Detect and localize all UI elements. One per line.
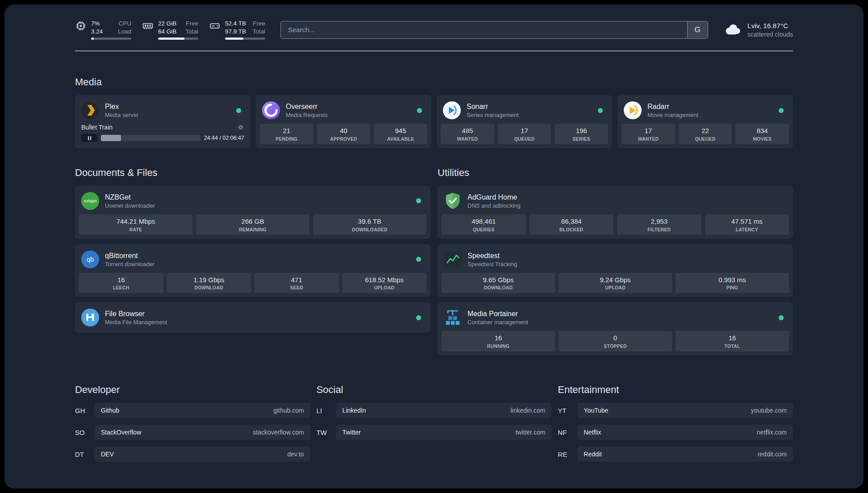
service-subtitle: Torrent downloader [105, 261, 154, 267]
stat-running: 16RUNNING [442, 331, 555, 351]
service-card-speedtest[interactable]: Speedtest Speedtest Tracking 9.65 GbpsDO… [438, 244, 793, 297]
bookmark-stackoverflow[interactable]: StackOverflowstackoverflow.com [95, 425, 310, 440]
memory-icon [142, 20, 154, 40]
service-subtitle: Series management [467, 112, 518, 118]
plex-icon [81, 101, 100, 120]
cloud-icon [723, 22, 742, 38]
search-provider-button[interactable]: G [687, 21, 708, 38]
service-name: Sonarr [467, 102, 518, 111]
bookmark-row: LI LinkedInlinkedin.com [317, 403, 552, 418]
memory-progress-fill [158, 38, 184, 40]
stat-upload: 618.52 MbpsUPLOAD [342, 273, 427, 293]
service-name: Media Portainer [467, 309, 528, 318]
bookmark-dev[interactable]: DEVdev.to [95, 447, 310, 462]
disk-total-label: Total [252, 28, 265, 36]
service-card-radarr[interactable]: Radarr Movie management 17WANTED 22QUEUE… [618, 95, 793, 148]
bookmark-github[interactable]: Githubgithub.com [95, 403, 310, 418]
disk-free-value: 52.4 TB [225, 20, 246, 28]
stat-upload: 9.24 GbpsUPLOAD [559, 273, 672, 293]
seek-bar[interactable] [101, 135, 200, 141]
service-subtitle: Container management [467, 319, 528, 326]
service-name: qBittorrent [105, 251, 154, 260]
stat-available: 945AVAILABLE [374, 124, 427, 144]
bookmark-group-title: Entertainment [558, 384, 793, 396]
section-title-documents: Documents & Files [75, 167, 430, 179]
resource-widget-memory: 22 GiBFree 64 GiBTotal [142, 20, 198, 40]
service-card-overseerr[interactable]: Overseerr Media Requests 21PENDING 40APP… [256, 95, 431, 148]
service-card-nzbget[interactable]: nzbget NZBGet Usenet downloader 744.21 M… [75, 186, 430, 239]
stat-leech: 16LEECH [79, 273, 163, 293]
status-dot [236, 108, 241, 113]
playback-time: 24:44 / 02:06:47 [204, 135, 244, 141]
bookmark-row: GH Githubgithub.com [75, 403, 310, 418]
service-card-adguard[interactable]: AdGuard Home DNS and adblocking 498,461Q… [438, 186, 793, 239]
bookmark-row: SO StackOverflowstackoverflow.com [75, 425, 310, 440]
disk-total-value: 97.9 TB [225, 28, 246, 36]
pause-button[interactable] [81, 134, 97, 142]
bookmark-group-developer: Developer GH Githubgithub.com SO StackOv… [75, 384, 310, 468]
service-subtitle: Media Requests [286, 112, 328, 118]
now-playing-title: Bullet Train [81, 124, 113, 131]
bookmark-row: YT YouTubeyoutube.com [558, 403, 793, 418]
stat-series: 196SERIES [555, 124, 608, 144]
stat-queued: 17QUEUED [498, 124, 551, 144]
bookmark-netflix[interactable]: Netflixnetflix.com [577, 425, 793, 440]
service-card-filebrowser[interactable]: File Browser Media File Management [75, 302, 430, 333]
gear-icon[interactable] [237, 124, 244, 131]
qbittorrent-icon: qb [81, 250, 100, 269]
section-media: Media Plex Media server Bullet Train [75, 76, 793, 148]
plex-now-playing: Bullet Train 24:44 / 02:06:47 [79, 124, 246, 143]
search: G [280, 21, 708, 39]
weather-condition: scattered clouds [747, 31, 793, 38]
service-card-qbittorrent[interactable]: qb qBittorrent Torrent downloader 16LEEC… [75, 244, 430, 297]
status-dot [779, 315, 784, 320]
weather-location-temp: Lviv, 16.87°C [747, 21, 793, 31]
bookmark-row: TW Twittertwitter.com [317, 425, 552, 440]
service-card-plex[interactable]: Plex Media server Bullet Train [75, 95, 250, 148]
bookmark-row: NF Netflixnetflix.com [558, 425, 793, 440]
stat-filtered: 2,953FILTERED [617, 214, 701, 235]
bookmark-group-entertainment: Entertainment YT YouTubeyoutube.com NF N… [558, 384, 793, 468]
status-dot [417, 108, 422, 113]
bookmark-abbr: SO [75, 429, 95, 436]
stat-ping: 0.993 msPING [676, 273, 789, 293]
svg-text:qb: qb [87, 256, 94, 263]
cpu-load-value: 3.24 [91, 28, 103, 36]
cpu-load-label: Load [118, 28, 131, 36]
cpu-usage-value: 7% [91, 20, 100, 28]
bookmark-abbr: RE [558, 451, 577, 458]
stat-seed: 471SEED [255, 273, 339, 293]
service-subtitle: Media server [105, 112, 138, 118]
service-name: Plex [105, 102, 138, 111]
overseerr-icon [262, 101, 280, 120]
resource-widget-disk: 52.4 TBFree 97.9 TBTotal [209, 20, 265, 40]
adguard-icon [443, 192, 462, 210]
radarr-icon [623, 101, 642, 120]
stat-stopped: 0STOPPED [559, 331, 672, 351]
service-subtitle: Media File Management [105, 319, 167, 326]
search-input[interactable] [280, 21, 708, 39]
bookmark-youtube[interactable]: YouTubeyoutube.com [577, 403, 793, 418]
topbar-divider [75, 50, 793, 51]
service-card-portainer[interactable]: Media Portainer Container management 16R… [438, 302, 793, 355]
service-subtitle: Movie management [647, 112, 698, 118]
bookmark-group-title: Social [317, 384, 552, 396]
portainer-icon [443, 308, 462, 327]
bookmark-reddit[interactable]: Redditreddit.com [577, 447, 793, 462]
sonarr-icon [442, 101, 461, 120]
section-title-utilities: Utilities [438, 167, 793, 179]
bookmark-linkedin[interactable]: LinkedInlinkedin.com [336, 403, 552, 418]
disk-progress-bar [225, 38, 265, 40]
service-name: Speedtest [467, 251, 517, 260]
dashboard: 7%CPU 3.24Load 22 GiBFree [4, 4, 864, 489]
stat-download: 1.19 GbpsDOWNLOAD [167, 273, 251, 293]
memory-total-value: 64 GiB [158, 28, 176, 36]
memory-free-label: Free [186, 20, 198, 28]
stat-queries: 498,461QUERIES [442, 214, 526, 235]
bookmark-twitter[interactable]: Twittertwitter.com [336, 425, 552, 440]
service-card-sonarr[interactable]: Sonarr Series management 485WANTED 17QUE… [437, 95, 612, 148]
disk-progress-fill [225, 38, 243, 40]
status-dot [416, 257, 421, 262]
section-title-media: Media [75, 76, 793, 88]
section-utilities: Utilities AdGuard Home [438, 167, 793, 355]
